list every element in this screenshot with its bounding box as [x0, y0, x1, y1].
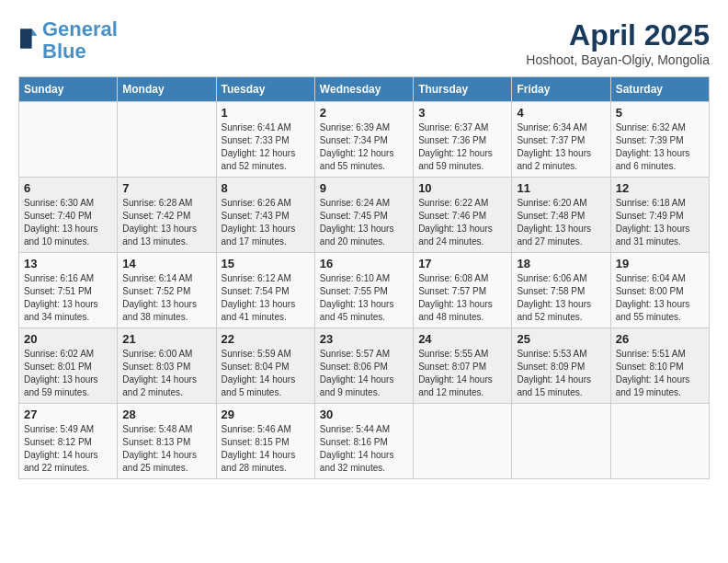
day-info: Sunrise: 6:26 AM Sunset: 7:43 PM Dayligh…	[222, 197, 310, 248]
calendar-week-2: 6Sunrise: 6:30 AM Sunset: 7:40 PM Daylig…	[19, 178, 710, 253]
day-info: Sunrise: 5:48 AM Sunset: 8:13 PM Dayligh…	[122, 423, 210, 475]
page-header: General Blue April 2025 Hoshoot, Bayan-O…	[18, 18, 710, 67]
calendar-cell: 21Sunrise: 6:00 AM Sunset: 8:03 PM Dayli…	[118, 328, 216, 404]
day-info: Sunrise: 5:49 AM Sunset: 8:12 PM Dayligh…	[24, 423, 112, 475]
day-info: Sunrise: 5:57 AM Sunset: 8:06 PM Dayligh…	[320, 348, 408, 399]
day-info: Sunrise: 6:34 AM Sunset: 7:37 PM Dayligh…	[517, 121, 605, 173]
logo-line2: Blue	[42, 40, 86, 63]
calendar-week-4: 20Sunrise: 6:02 AM Sunset: 8:01 PM Dayli…	[19, 328, 710, 404]
day-info: Sunrise: 5:55 AM Sunset: 8:07 PM Dayligh…	[418, 348, 506, 399]
calendar-week-3: 13Sunrise: 6:16 AM Sunset: 7:51 PM Dayli…	[19, 253, 710, 328]
day-info: Sunrise: 6:14 AM Sunset: 7:52 PM Dayligh…	[122, 272, 210, 324]
day-info: Sunrise: 6:18 AM Sunset: 7:49 PM Dayligh…	[616, 197, 704, 248]
day-info: Sunrise: 6:32 AM Sunset: 7:39 PM Dayligh…	[616, 121, 704, 173]
day-number: 9	[320, 181, 408, 195]
weekday-row: SundayMondayTuesdayWednesdayThursdayFrid…	[19, 77, 710, 102]
calendar-cell: 14Sunrise: 6:14 AM Sunset: 7:52 PM Dayli…	[118, 253, 216, 328]
day-number: 15	[222, 257, 310, 270]
calendar-cell: 30Sunrise: 5:44 AM Sunset: 8:16 PM Dayli…	[314, 404, 413, 479]
day-number: 17	[418, 257, 506, 270]
day-number: 13	[24, 257, 112, 270]
day-info: Sunrise: 6:00 AM Sunset: 8:03 PM Dayligh…	[122, 348, 210, 399]
day-number: 19	[616, 257, 704, 270]
day-number: 16	[320, 257, 408, 270]
day-number: 14	[122, 257, 210, 270]
day-info: Sunrise: 6:22 AM Sunset: 7:46 PM Dayligh…	[418, 197, 506, 248]
calendar-cell: 18Sunrise: 6:06 AM Sunset: 7:58 PM Dayli…	[512, 253, 610, 328]
calendar-cell: 28Sunrise: 5:48 AM Sunset: 8:13 PM Dayli…	[118, 404, 216, 479]
weekday-header-monday: Monday	[118, 77, 216, 102]
day-info: Sunrise: 5:46 AM Sunset: 8:15 PM Dayligh…	[222, 423, 310, 475]
calendar-cell: 8Sunrise: 6:26 AM Sunset: 7:43 PM Daylig…	[216, 178, 314, 253]
day-info: Sunrise: 6:39 AM Sunset: 7:34 PM Dayligh…	[320, 121, 408, 173]
calendar-body: 1Sunrise: 6:41 AM Sunset: 7:33 PM Daylig…	[19, 102, 710, 479]
day-number: 24	[418, 332, 506, 346]
day-number: 4	[517, 106, 605, 120]
calendar-cell	[19, 102, 118, 178]
day-number: 11	[517, 181, 605, 195]
day-info: Sunrise: 6:37 AM Sunset: 7:36 PM Dayligh…	[418, 121, 506, 173]
day-number: 7	[122, 181, 210, 195]
weekday-header-wednesday: Wednesday	[314, 77, 413, 102]
day-info: Sunrise: 6:04 AM Sunset: 8:00 PM Dayligh…	[616, 272, 704, 324]
day-number: 26	[616, 332, 704, 346]
calendar-cell: 6Sunrise: 6:30 AM Sunset: 7:40 PM Daylig…	[19, 178, 118, 253]
weekday-header-tuesday: Tuesday	[216, 77, 314, 102]
calendar-cell: 25Sunrise: 5:53 AM Sunset: 8:09 PM Dayli…	[512, 328, 610, 404]
day-info: Sunrise: 6:02 AM Sunset: 8:01 PM Dayligh…	[24, 348, 112, 399]
day-number: 12	[616, 181, 704, 195]
day-info: Sunrise: 6:28 AM Sunset: 7:42 PM Dayligh…	[122, 197, 210, 248]
location: Hoshoot, Bayan-Olgiy, Mongolia	[526, 52, 710, 67]
calendar-week-1: 1Sunrise: 6:41 AM Sunset: 7:33 PM Daylig…	[19, 102, 710, 178]
weekday-header-saturday: Saturday	[610, 77, 709, 102]
calendar-cell: 17Sunrise: 6:08 AM Sunset: 7:57 PM Dayli…	[414, 253, 512, 328]
weekday-header-thursday: Thursday	[414, 77, 512, 102]
day-number: 21	[122, 332, 210, 346]
calendar-cell	[610, 404, 709, 479]
calendar-cell: 4Sunrise: 6:34 AM Sunset: 7:37 PM Daylig…	[512, 102, 610, 178]
calendar-cell: 16Sunrise: 6:10 AM Sunset: 7:55 PM Dayli…	[314, 253, 413, 328]
calendar-header: SundayMondayTuesdayWednesdayThursdayFrid…	[19, 77, 710, 102]
day-info: Sunrise: 6:41 AM Sunset: 7:33 PM Dayligh…	[222, 121, 310, 173]
day-number: 30	[320, 408, 408, 421]
day-number: 29	[222, 408, 310, 421]
calendar-cell: 22Sunrise: 5:59 AM Sunset: 8:04 PM Dayli…	[216, 328, 314, 404]
day-info: Sunrise: 6:08 AM Sunset: 7:57 PM Dayligh…	[418, 272, 506, 324]
calendar-cell: 29Sunrise: 5:46 AM Sunset: 8:15 PM Dayli…	[216, 404, 314, 479]
day-number: 1	[222, 106, 310, 120]
calendar-cell: 7Sunrise: 6:28 AM Sunset: 7:42 PM Daylig…	[118, 178, 216, 253]
day-info: Sunrise: 5:44 AM Sunset: 8:16 PM Dayligh…	[320, 423, 408, 475]
day-number: 10	[418, 181, 506, 195]
svg-marker-0	[20, 29, 37, 49]
calendar-cell: 1Sunrise: 6:41 AM Sunset: 7:33 PM Daylig…	[216, 102, 314, 178]
day-number: 18	[517, 257, 605, 270]
logo: General Blue	[18, 18, 118, 63]
day-number: 3	[418, 106, 506, 120]
day-number: 5	[616, 106, 704, 120]
day-info: Sunrise: 6:06 AM Sunset: 7:58 PM Dayligh…	[517, 272, 605, 324]
calendar-cell: 19Sunrise: 6:04 AM Sunset: 8:00 PM Dayli…	[610, 253, 709, 328]
calendar-cell: 2Sunrise: 6:39 AM Sunset: 7:34 PM Daylig…	[314, 102, 413, 178]
calendar-cell: 10Sunrise: 6:22 AM Sunset: 7:46 PM Dayli…	[414, 178, 512, 253]
day-number: 25	[517, 332, 605, 346]
day-info: Sunrise: 6:16 AM Sunset: 7:51 PM Dayligh…	[24, 272, 112, 324]
calendar-cell	[118, 102, 216, 178]
calendar-cell: 12Sunrise: 6:18 AM Sunset: 7:49 PM Dayli…	[610, 178, 709, 253]
calendar-cell: 15Sunrise: 6:12 AM Sunset: 7:54 PM Dayli…	[216, 253, 314, 328]
logo-icon	[20, 29, 37, 49]
day-info: Sunrise: 6:24 AM Sunset: 7:45 PM Dayligh…	[320, 197, 408, 248]
day-number: 8	[222, 181, 310, 195]
day-number: 20	[24, 332, 112, 346]
svg-marker-1	[32, 29, 37, 35]
calendar-cell: 20Sunrise: 6:02 AM Sunset: 8:01 PM Dayli…	[19, 328, 118, 404]
month-title: April 2025	[526, 18, 710, 52]
day-info: Sunrise: 5:59 AM Sunset: 8:04 PM Dayligh…	[222, 348, 310, 399]
calendar-cell: 26Sunrise: 5:51 AM Sunset: 8:10 PM Dayli…	[610, 328, 709, 404]
day-info: Sunrise: 6:12 AM Sunset: 7:54 PM Dayligh…	[222, 272, 310, 324]
calendar-cell: 5Sunrise: 6:32 AM Sunset: 7:39 PM Daylig…	[610, 102, 709, 178]
logo-line1: General	[42, 17, 118, 40]
calendar-cell: 11Sunrise: 6:20 AM Sunset: 7:48 PM Dayli…	[512, 178, 610, 253]
day-info: Sunrise: 6:10 AM Sunset: 7:55 PM Dayligh…	[320, 272, 408, 324]
calendar-table: SundayMondayTuesdayWednesdayThursdayFrid…	[18, 76, 710, 479]
day-number: 27	[24, 408, 112, 421]
